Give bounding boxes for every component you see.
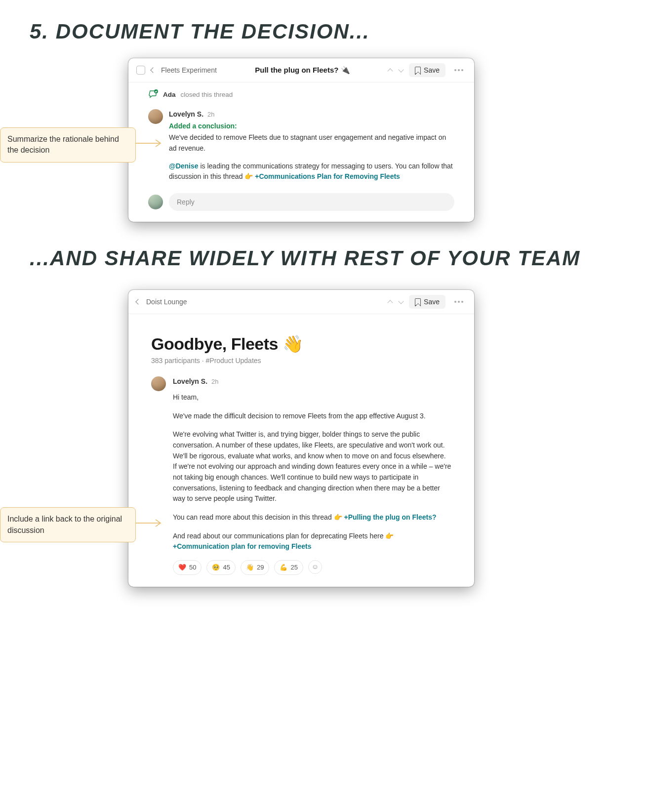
closed-thread-row: Ada closed this thread <box>128 82 474 102</box>
announcement-post: Lovelyn S. 2h Hi team, We've made the di… <box>151 376 451 575</box>
more-menu-button[interactable] <box>451 66 466 74</box>
thread-card-1: Fleets Experiment Pull the plug on Fleet… <box>128 58 474 222</box>
post-title: Goodbye, Fleets 👋 <box>151 334 451 354</box>
bookmark-icon <box>415 67 421 74</box>
next-thread-icon[interactable] <box>398 298 404 304</box>
nav-arrows <box>388 68 403 73</box>
save-label: Save <box>424 66 440 74</box>
more-menu-button[interactable] <box>451 298 466 306</box>
body-para-1: Hi team, <box>173 392 451 403</box>
reaction-emoji: ❤️ <box>178 563 186 572</box>
card-header: Fleets Experiment Pull the plug on Fleet… <box>128 58 474 82</box>
thread-link-comms-plan[interactable]: +Communications Plan for Removing Fleets <box>255 172 400 180</box>
back-icon[interactable] <box>135 299 141 304</box>
closed-thread-icon <box>148 89 158 99</box>
save-label: Save <box>424 298 440 306</box>
arrow-icon <box>136 137 165 152</box>
card-header: Doist Lounge Save <box>128 290 474 314</box>
post-meta: 383 participants · #Product Updates <box>151 357 451 365</box>
breadcrumb[interactable]: Doist Lounge <box>146 298 187 306</box>
body-para-4: You can read more about this decision in… <box>173 512 451 523</box>
reaction-wave[interactable]: 👋 29 <box>241 560 269 575</box>
reactions-bar: ❤️ 50 🥺 45 👋 29 💪 25 <box>173 560 451 575</box>
prev-thread-icon[interactable] <box>387 300 393 305</box>
conclusion-label: Added a conclusion: <box>169 121 454 132</box>
post-author[interactable]: Lovelyn S. <box>173 377 207 385</box>
conclusion-para-1: We've decided to remove Fleets due to st… <box>169 132 454 154</box>
conclusion-para-2: @Denise is leading the communications st… <box>169 161 454 182</box>
closed-by-name: Ada <box>163 91 176 98</box>
reaction-count: 45 <box>223 563 230 572</box>
reaction-emoji: 👋 <box>246 563 254 572</box>
next-thread-icon[interactable] <box>398 67 404 72</box>
thread-link-comm-plan[interactable]: +Communication plan for removing Fleets <box>173 542 311 550</box>
current-user-avatar[interactable] <box>148 195 163 209</box>
reaction-sad[interactable]: 🥺 45 <box>206 560 235 575</box>
reaction-flex[interactable]: 💪 25 <box>274 560 303 575</box>
reaction-count: 50 <box>189 563 196 572</box>
section-heading-2: ...and share widely with rest of your te… <box>30 246 646 270</box>
prev-thread-icon[interactable] <box>387 68 393 74</box>
body-para-5: And read about our communications plan f… <box>173 531 451 552</box>
reply-input[interactable]: Reply <box>169 193 454 211</box>
body-para-3: We're evolving what Twitter is, and tryi… <box>173 429 451 504</box>
save-button[interactable]: Save <box>409 63 445 77</box>
reaction-emoji: 🥺 <box>212 563 220 572</box>
bookmark-icon <box>415 298 421 306</box>
save-button[interactable]: Save <box>409 295 445 309</box>
callout-summarize: Summarize the rationale behind the decis… <box>0 127 136 162</box>
select-checkbox[interactable] <box>136 66 145 75</box>
breadcrumb[interactable]: Fleets Experiment <box>161 66 217 74</box>
reply-row: Reply <box>128 187 474 222</box>
back-icon[interactable] <box>150 67 156 73</box>
arrow-icon <box>136 517 165 532</box>
channel-tag[interactable]: #Product Updates <box>206 357 261 365</box>
thread-title: Pull the plug on Fleets? 🔌 <box>223 66 382 75</box>
reaction-heart[interactable]: ❤️ 50 <box>173 560 202 575</box>
nav-arrows <box>388 299 403 305</box>
body-para-2: We've made the difficult decision to rem… <box>173 411 451 422</box>
post-time: 2h <box>211 378 218 385</box>
post-author[interactable]: Lovelyn S. <box>169 110 203 118</box>
conclusion-post: Lovelyn S. 2h Added a conclusion: We've … <box>128 102 474 187</box>
add-reaction-button[interactable]: ☺︎ <box>308 560 322 574</box>
avatar[interactable] <box>148 109 163 124</box>
callout-link-back: Include a link back to the original disc… <box>0 507 136 542</box>
thread-card-2: Doist Lounge Save Goodbye, Fleets 👋 383 … <box>128 290 474 587</box>
mention-denise[interactable]: @Denise <box>169 162 199 170</box>
avatar[interactable] <box>151 376 166 391</box>
thread-link-pulling-plug[interactable]: +Pulling the plug on Fleets? <box>344 513 436 521</box>
participants-count[interactable]: 383 participants <box>151 357 200 365</box>
section-heading-1: 5. Document the decision... <box>30 20 646 43</box>
closed-text: closed this thread <box>181 91 233 98</box>
reaction-count: 25 <box>290 563 297 572</box>
post-time: 2h <box>207 111 214 118</box>
row-card-1: Summarize the rationale behind the decis… <box>0 58 646 222</box>
row-card-2: Include a link back to the original disc… <box>0 290 646 587</box>
reaction-count: 29 <box>257 563 264 572</box>
svg-point-1 <box>154 89 158 93</box>
reaction-emoji: 💪 <box>280 563 287 572</box>
